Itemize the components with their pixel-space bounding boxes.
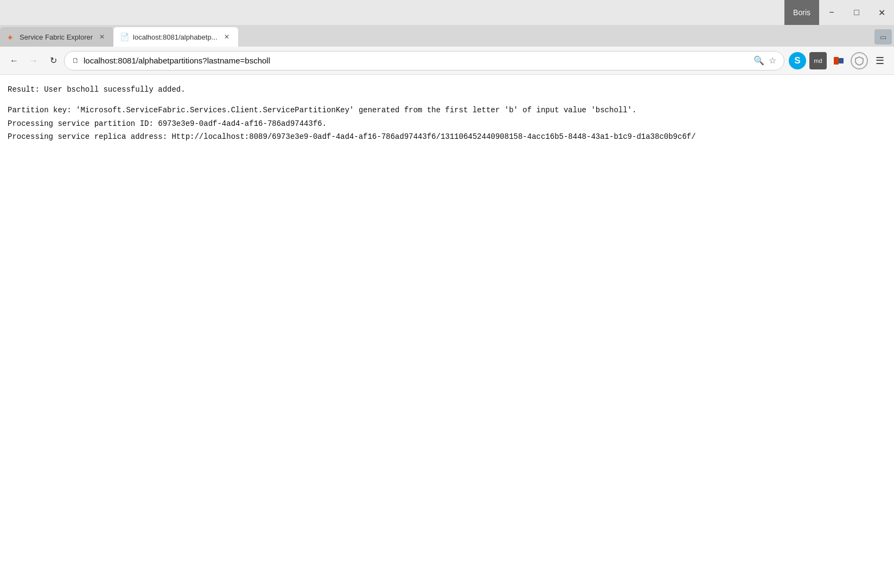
page-icon: 📄 <box>120 33 129 41</box>
shield-icon[interactable] <box>851 52 868 69</box>
window-controls: − □ ✕ <box>819 0 894 25</box>
menu-icon[interactable]: ☰ <box>871 52 889 69</box>
url-text: localhost:8081/alphabetpartitions?lastna… <box>84 56 749 65</box>
tab-close-2[interactable]: ✕ <box>222 32 232 42</box>
new-tab-button[interactable]: ▭ <box>872 27 894 47</box>
user-label: Boris <box>784 0 819 25</box>
new-tab-icon: ▭ <box>874 29 892 44</box>
office-svg <box>833 55 845 67</box>
url-full: localhost:8081/alphabetpartitions?lastna… <box>84 56 270 65</box>
tab-close-1[interactable]: ✕ <box>97 32 107 42</box>
search-icon[interactable]: 🔍 <box>753 55 764 66</box>
page-security-icon: 🗋 <box>72 56 79 65</box>
maximize-button[interactable]: □ <box>844 0 869 25</box>
tab-label-2: localhost:8081/alphabetp... <box>133 33 217 41</box>
tab-service-fabric-explorer[interactable]: ✦ Service Fabric Explorer ✕ <box>0 27 113 47</box>
shield-svg <box>854 56 864 66</box>
close-button[interactable]: ✕ <box>869 0 894 25</box>
address-bar: ← → ↻ 🗋 localhost:8081/alphabetpartition… <box>0 47 894 75</box>
content-spacer <box>8 97 886 104</box>
partition-id-line: Processing service partition ID: 6973e3e… <box>8 118 886 130</box>
tab-localhost[interactable]: 📄 localhost:8081/alphabetp... ✕ <box>113 27 238 47</box>
bookmark-icon[interactable]: ☆ <box>769 55 776 66</box>
skype-icon[interactable]: S <box>789 52 806 69</box>
url-bar[interactable]: 🗋 localhost:8081/alphabetpartitions?last… <box>64 51 784 71</box>
title-bar: Boris − □ ✕ <box>0 0 894 25</box>
replica-address-line: Processing service replica address: Http… <box>8 131 886 143</box>
tab-label-1: Service Fabric Explorer <box>20 33 93 41</box>
fabric-icon: ✦ <box>7 33 15 41</box>
office-icon[interactable] <box>830 52 847 69</box>
partition-key-line: Partition key: 'Microsoft.ServiceFabric.… <box>8 104 886 116</box>
back-button[interactable]: ← <box>5 52 23 69</box>
md-icon[interactable]: md <box>809 52 827 69</box>
refresh-button[interactable]: ↻ <box>44 52 62 69</box>
svg-rect-1 <box>839 58 844 63</box>
forward-button[interactable]: → <box>25 52 42 69</box>
tab-bar: ✦ Service Fabric Explorer ✕ 📄 localhost:… <box>0 25 894 47</box>
content-area: Result: User bscholl sucessfully added. … <box>0 75 894 588</box>
svg-rect-0 <box>834 57 839 65</box>
minimize-button[interactable]: − <box>819 0 844 25</box>
result-line: Result: User bscholl sucessfully added. <box>8 84 886 95</box>
toolbar-icons: S md ☰ <box>789 52 889 69</box>
